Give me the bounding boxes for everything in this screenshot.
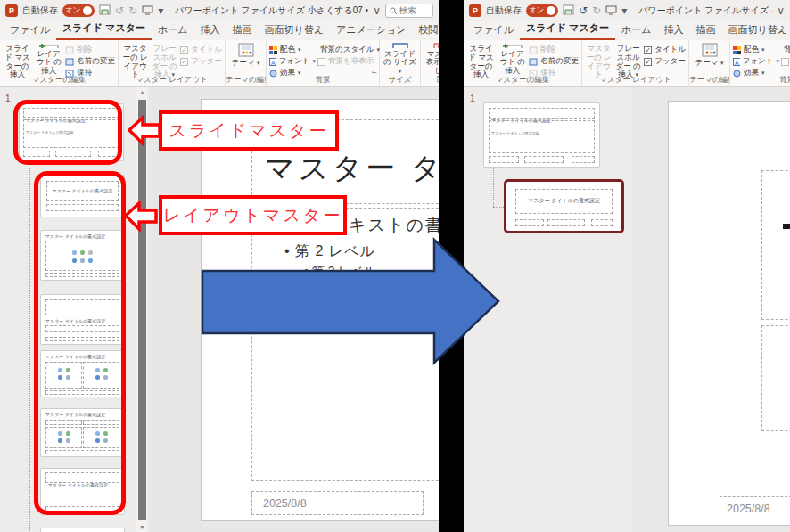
rename-button[interactable]: 名前の変更 <box>529 56 579 67</box>
title-text-fragment <box>783 224 790 229</box>
delete-label: 削除 <box>77 45 92 55</box>
tab-insert[interactable]: 挿入 <box>193 21 226 40</box>
tab-home[interactable]: ホーム <box>615 21 658 40</box>
screenshot-root: P 自動保存 オン ↺ ↻ ▾ パワーポイント ファイルサイズ 小さくする07 … <box>0 0 790 532</box>
insert-placeholder-button: プレースホルダー の挿入 ▾ <box>151 43 178 76</box>
slide-size-label: スライドの サイズ ▾ <box>383 50 417 76</box>
tab-transitions[interactable]: 画面切り替え <box>721 21 790 40</box>
background-styles-button[interactable]: 背景のスタイル▾ <box>781 45 790 55</box>
title-checkbox-label: タイトル <box>191 45 222 55</box>
autosave-toggle[interactable]: オン <box>62 4 95 17</box>
window-title: パワーポイント ファイルサイズ 小さくする07 • 保存中... <box>638 4 772 17</box>
themes-button[interactable]: テーマ ▾ <box>692 43 727 76</box>
master-layout-button[interactable]: マスターの レイアウト <box>121 43 149 76</box>
colors-button[interactable]: 配色▾ <box>733 45 779 55</box>
powerpoint-logo-icon: P <box>5 4 18 17</box>
save-icon[interactable] <box>563 4 574 17</box>
scroll-down-icon[interactable]: ▼ <box>136 524 148 530</box>
background-styles-label: 背景のスタイル <box>784 45 790 55</box>
menu-bar: ファイル スライド マスター ホーム 挿入 描画 画面切り替え アニメーション … <box>0 21 439 40</box>
title-checkbox[interactable]: ✓タイトル <box>644 45 686 55</box>
colors-button[interactable]: 配色▾ <box>269 45 316 55</box>
powerpoint-logo-icon: P <box>469 4 481 17</box>
background-styles-button[interactable]: 背景のスタイル▾ <box>317 45 378 55</box>
themes-icon <box>237 43 255 57</box>
fonts-button[interactable]: Aフォント▾ <box>733 56 779 67</box>
tab-slide-master[interactable]: スライド マスター <box>56 20 152 40</box>
rename-button[interactable]: 名前の変更 <box>65 56 115 67</box>
thumbnail-layout-title-slide-selected[interactable]: マスター タイトルの書式設定 <box>504 179 624 233</box>
save-icon[interactable] <box>99 4 111 17</box>
tab-draw[interactable]: 描画 <box>226 21 258 40</box>
master-title-text: マスター タイトルの書式設定 <box>265 149 439 189</box>
annotation-label-text: レイアウトマスター <box>163 204 343 227</box>
date-placeholder[interactable]: 2025/8/8 <box>251 491 424 515</box>
search-input[interactable]: 検索 <box>385 4 433 18</box>
footer-checkbox[interactable]: ✓フッター <box>644 56 686 67</box>
search-icon <box>390 7 397 14</box>
title-chevron-icon[interactable]: ∨ <box>777 5 785 16</box>
colors-label: 配色 <box>280 45 295 55</box>
close-master-view-button[interactable]: マスター表示 を閉じる <box>424 43 439 76</box>
group-label-close: 閉じる <box>421 75 439 86</box>
title-chevron-icon[interactable]: ∨ <box>373 5 381 16</box>
tab-slide-master[interactable]: スライド マスター <box>520 20 615 40</box>
tab-transitions[interactable]: 画面切り替え <box>258 21 330 40</box>
ribbon: スライド マス ターの挿入 レイアウト の挿入 削除 名前の変更 保持 マスター… <box>464 40 790 87</box>
slide-editing-canvas: 2025/8/8 <box>633 87 790 532</box>
annotation-rect-layout-masters <box>34 171 126 515</box>
colors-icon <box>269 46 277 54</box>
group-label-background: 背景 <box>730 75 790 86</box>
annotation-rect-slide-master <box>13 100 122 165</box>
insert-layout-button[interactable]: レイアウト の挿入 <box>498 43 527 76</box>
undo-icon[interactable]: ↺ <box>579 5 588 16</box>
tab-file[interactable]: ファイル <box>4 21 56 40</box>
colors-icon <box>733 46 741 54</box>
ribbon: スライド マス ターの挿入 レイアウト の挿入 削除 名前の変更 保持 マスター… <box>0 40 439 87</box>
subtitle-placeholder[interactable] <box>761 325 790 431</box>
ribbon-group-edit-master: スライド マス ターの挿入 レイアウト の挿入 削除 名前の変更 保持 マスター… <box>464 40 582 86</box>
tab-home[interactable]: ホーム <box>152 21 194 40</box>
toggle-knob-icon <box>83 6 92 15</box>
search-placeholder: 検索 <box>399 5 416 17</box>
svg-text:A: A <box>735 59 739 65</box>
date-placeholder[interactable]: 2025/8/8 <box>720 496 790 520</box>
insert-layout-button[interactable]: レイアウト の挿入 <box>34 43 63 76</box>
slide-size-icon <box>391 43 409 48</box>
slideshow-icon[interactable] <box>605 5 617 17</box>
insert-layout-icon <box>503 43 523 48</box>
thumbnail-scrollbar[interactable]: ▲ ▼ <box>136 87 147 532</box>
ribbon-group-master-layout: マスターの レイアウト プレースホルダー の挿入 ▾ ✓タイトル ✓フッター マ… <box>119 40 226 86</box>
ribbon-options-icon[interactable]: ▾ <box>621 5 627 16</box>
hide-background-checkbox: 背景を非表示 <box>317 56 378 67</box>
ribbon-options-icon[interactable]: ▾ <box>158 5 163 16</box>
master-layout-connector-line <box>493 168 494 207</box>
thumb-title-text: マスター タイトルの書式設定 <box>528 198 600 204</box>
window-title: パワーポイント ファイルサイズ 小さくする07 • 最終更新日時: 1 時間前 <box>175 4 368 17</box>
titlebar: P 自動保存 オン ↺ ↻ ▾ パワーポイント ファイルサイズ 小さくする07 … <box>464 0 790 21</box>
slideshow-icon[interactable] <box>142 5 153 17</box>
insert-slide-master-button[interactable]: スライド マス ターの挿入 <box>3 43 32 76</box>
tab-animations[interactable]: アニメーション <box>330 21 413 40</box>
tab-file[interactable]: ファイル <box>467 21 520 40</box>
scrollbar-thumb[interactable] <box>138 100 146 520</box>
scroll-up-icon[interactable]: ▲ <box>136 89 148 95</box>
insert-slide-master-button[interactable]: スライド マス ターの挿入 <box>466 43 496 76</box>
fonts-button[interactable]: Aフォント▾ <box>269 56 316 67</box>
insert-placeholder-button[interactable]: プレースホルダー の挿入 ▾ <box>614 43 642 76</box>
slide-size-button[interactable]: スライドの サイズ ▾ <box>383 43 417 76</box>
thumbnail-slide-master[interactable]: マスター タイトルの書式設定 マスター テキストの書式設定 <box>483 102 600 168</box>
group-label-background: 背景 <box>267 75 379 86</box>
tab-review[interactable]: 校閲 <box>412 21 439 40</box>
tab-draw[interactable]: 描画 <box>689 21 721 40</box>
title-placeholder[interactable] <box>761 170 790 320</box>
autosave-toggle[interactable]: オン <box>526 4 558 17</box>
close-master-view-label: マスター表示 を閉じる <box>424 50 439 76</box>
toggle-knob-icon <box>547 6 555 15</box>
thumb-date-placeholder <box>515 219 544 226</box>
tab-insert[interactable]: 挿入 <box>657 21 689 40</box>
titlebar: P 自動保存 オン ↺ ↻ ▾ パワーポイント ファイルサイズ 小さくする07 … <box>0 0 439 21</box>
themes-button[interactable]: テーマ ▾ <box>228 43 263 76</box>
thumb-number-placeholder <box>591 219 613 226</box>
thumbnail-layout-partial[interactable] <box>40 528 125 532</box>
